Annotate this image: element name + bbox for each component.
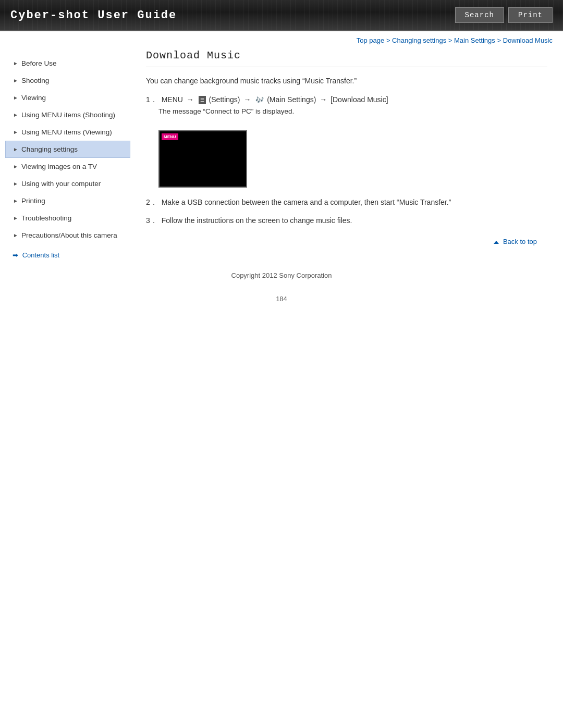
- step-number-1: 1．: [146, 95, 157, 104]
- header-controls: Search Print: [455, 7, 553, 23]
- back-to-top-link[interactable]: Back to top: [494, 238, 537, 245]
- sidebar-item-changing-settings[interactable]: ► Changing settings: [5, 141, 130, 158]
- triangle-up-icon: [494, 241, 499, 244]
- chevron-right-icon: ►: [13, 164, 18, 169]
- step-number-3: 3．: [146, 216, 157, 225]
- sidebar-item-label: Troubleshooting: [21, 214, 71, 222]
- step-2-text: Make a USB connection between the camera…: [162, 198, 451, 206]
- sidebar-item-label: Changing settings: [21, 145, 78, 153]
- breadcrumb: Top page > Changing settings > Main Sett…: [0, 31, 563, 50]
- page-number: 184: [0, 295, 563, 313]
- step-1: 1． MENU → ☰ (Settings) → 🎶 (Main Setting…: [146, 94, 547, 117]
- breadcrumb-changing-settings[interactable]: Changing settings: [392, 36, 446, 44]
- chevron-right-icon: ►: [13, 215, 18, 221]
- sidebar-item-viewing[interactable]: ► Viewing: [5, 89, 130, 106]
- main-content: Download Music You can change background…: [130, 50, 558, 266]
- sidebar-item-precautions[interactable]: ► Precautions/About this camera: [5, 227, 130, 244]
- sidebar-item-menu-shooting[interactable]: ► Using MENU items (Shooting): [5, 106, 130, 124]
- breadcrumb-download-music[interactable]: Download Music: [503, 36, 553, 44]
- breadcrumb-main-settings[interactable]: Main Settings: [454, 36, 495, 44]
- sidebar-item-label: Viewing: [21, 94, 46, 102]
- site-title: Cyber-shot User Guide: [10, 9, 177, 22]
- sidebar-item-troubleshooting[interactable]: ► Troubleshooting: [5, 209, 130, 227]
- header: Cyber-shot User Guide Search Print: [0, 0, 563, 31]
- main-layout: ► Before Use ► Shooting ► Viewing ► Usin…: [0, 50, 563, 266]
- chevron-right-icon: ►: [13, 129, 18, 135]
- sidebar-item-menu-viewing[interactable]: ► Using MENU items (Viewing): [5, 124, 130, 141]
- settings-icon: ☰: [199, 96, 206, 104]
- print-button[interactable]: Print: [508, 7, 553, 23]
- contents-list-label: Contents list: [22, 251, 60, 259]
- sidebar-item-printing[interactable]: ► Printing: [5, 192, 130, 209]
- sidebar: ► Before Use ► Shooting ► Viewing ► Usin…: [5, 50, 130, 266]
- step-1-sub: The message “Connect to PC” is displayed…: [158, 106, 547, 117]
- chevron-right-icon: ►: [13, 146, 18, 152]
- breadcrumb-sep-3: >: [497, 36, 503, 44]
- sidebar-item-label: Before Use: [21, 59, 57, 67]
- chevron-right-icon: ►: [13, 232, 18, 238]
- sidebar-item-label: Using MENU items (Shooting): [21, 111, 115, 119]
- camera-menu-label: MENU: [162, 133, 178, 140]
- chevron-right-icon: ►: [13, 95, 18, 101]
- arrow-icon: →: [187, 94, 194, 105]
- step-2: 2． Make a USB connection between the cam…: [146, 196, 547, 208]
- arrow-icon: →: [243, 94, 251, 105]
- camera-display: MENU: [158, 130, 247, 188]
- copyright: Copyright 2012 Sony Corporation: [0, 266, 563, 295]
- step-1-text: MENU → ☰ (Settings) → 🎶 (Main Settings) …: [162, 95, 388, 104]
- chevron-right-icon: ►: [13, 198, 18, 204]
- step-3-text: Follow the instructions on the screen to…: [162, 216, 352, 225]
- arrow-right-icon: ➡: [13, 251, 18, 259]
- page-title: Download Music: [146, 50, 547, 67]
- camera-screen-image: MENU: [158, 130, 247, 188]
- main-settings-icon: 🎶: [255, 95, 264, 106]
- sidebar-item-label: Precautions/About this camera: [21, 231, 117, 239]
- sidebar-item-before-use[interactable]: ► Before Use: [5, 55, 130, 72]
- sidebar-item-label: Using with your computer: [21, 180, 101, 188]
- chevron-right-icon: ►: [13, 181, 18, 187]
- step-number-2: 2．: [146, 198, 157, 206]
- bottom-bar: Back to top: [146, 232, 547, 251]
- arrow-icon: →: [320, 94, 327, 105]
- back-to-top-label: Back to top: [503, 238, 537, 245]
- sidebar-item-using-computer[interactable]: ► Using with your computer: [5, 175, 130, 192]
- contents-list-link[interactable]: ➡ Contents list: [13, 251, 59, 259]
- sidebar-item-label: Viewing images on a TV: [21, 163, 97, 170]
- sidebar-item-label: Using MENU items (Viewing): [21, 128, 112, 136]
- sidebar-item-shooting[interactable]: ► Shooting: [5, 72, 130, 89]
- sidebar-item-label: Printing: [21, 197, 45, 205]
- chevron-right-icon: ►: [13, 112, 18, 118]
- sidebar-footer: ➡ Contents list: [5, 244, 130, 261]
- breadcrumb-sep-1: >: [386, 36, 392, 44]
- step-3: 3． Follow the instructions on the screen…: [146, 215, 547, 226]
- chevron-right-icon: ►: [13, 60, 18, 66]
- search-button[interactable]: Search: [455, 7, 504, 23]
- description-text: You can change background music tracks u…: [146, 76, 547, 87]
- breadcrumb-top-page[interactable]: Top page: [357, 36, 385, 44]
- chevron-right-icon: ►: [13, 78, 18, 83]
- sidebar-item-viewing-tv[interactable]: ► Viewing images on a TV: [5, 158, 130, 175]
- sidebar-item-label: Shooting: [21, 77, 49, 84]
- breadcrumb-sep-2: >: [448, 36, 454, 44]
